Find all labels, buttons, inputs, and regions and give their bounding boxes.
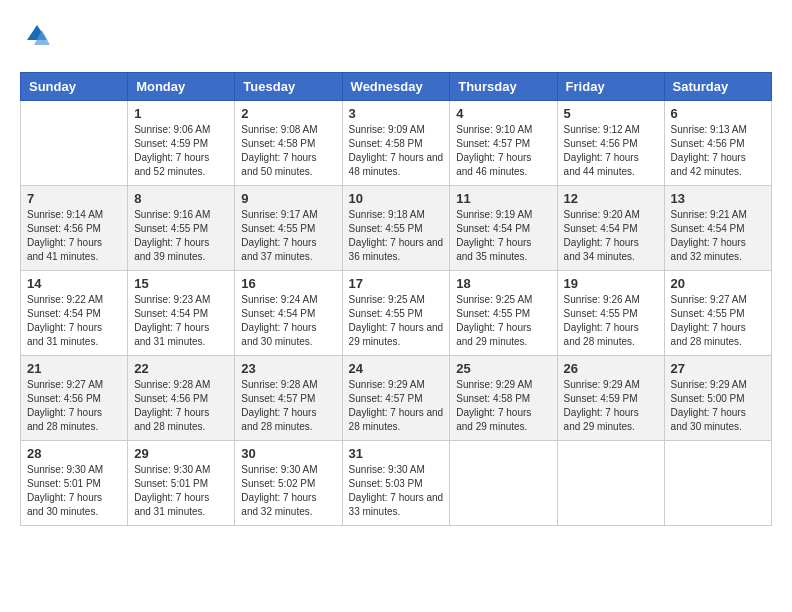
day-number: 19 — [564, 276, 658, 291]
day-number: 5 — [564, 106, 658, 121]
weekday-header: Tuesday — [235, 72, 342, 100]
day-info: Sunrise: 9:29 AMSunset: 4:59 PMDaylight:… — [564, 378, 658, 434]
calendar-cell — [21, 100, 128, 185]
calendar-week-row: 14Sunrise: 9:22 AMSunset: 4:54 PMDayligh… — [21, 270, 772, 355]
day-number: 4 — [456, 106, 550, 121]
calendar-cell: 17Sunrise: 9:25 AMSunset: 4:55 PMDayligh… — [342, 270, 450, 355]
day-info: Sunrise: 9:23 AMSunset: 4:54 PMDaylight:… — [134, 293, 228, 349]
day-number: 15 — [134, 276, 228, 291]
day-number: 16 — [241, 276, 335, 291]
day-info: Sunrise: 9:09 AMSunset: 4:58 PMDaylight:… — [349, 123, 444, 179]
day-number: 25 — [456, 361, 550, 376]
calendar-cell: 6Sunrise: 9:13 AMSunset: 4:56 PMDaylight… — [664, 100, 771, 185]
day-info: Sunrise: 9:27 AMSunset: 4:56 PMDaylight:… — [27, 378, 121, 434]
day-number: 2 — [241, 106, 335, 121]
calendar-cell: 22Sunrise: 9:28 AMSunset: 4:56 PMDayligh… — [128, 355, 235, 440]
calendar-cell: 25Sunrise: 9:29 AMSunset: 4:58 PMDayligh… — [450, 355, 557, 440]
day-info: Sunrise: 9:17 AMSunset: 4:55 PMDaylight:… — [241, 208, 335, 264]
day-info: Sunrise: 9:28 AMSunset: 4:57 PMDaylight:… — [241, 378, 335, 434]
calendar-week-row: 21Sunrise: 9:27 AMSunset: 4:56 PMDayligh… — [21, 355, 772, 440]
day-info: Sunrise: 9:24 AMSunset: 4:54 PMDaylight:… — [241, 293, 335, 349]
calendar-cell: 3Sunrise: 9:09 AMSunset: 4:58 PMDaylight… — [342, 100, 450, 185]
day-info: Sunrise: 9:30 AMSunset: 5:02 PMDaylight:… — [241, 463, 335, 519]
calendar-cell — [664, 440, 771, 525]
weekday-header: Thursday — [450, 72, 557, 100]
day-number: 28 — [27, 446, 121, 461]
day-number: 23 — [241, 361, 335, 376]
day-number: 13 — [671, 191, 765, 206]
day-number: 1 — [134, 106, 228, 121]
calendar-cell: 30Sunrise: 9:30 AMSunset: 5:02 PMDayligh… — [235, 440, 342, 525]
day-info: Sunrise: 9:25 AMSunset: 4:55 PMDaylight:… — [456, 293, 550, 349]
weekday-header: Sunday — [21, 72, 128, 100]
calendar-cell: 18Sunrise: 9:25 AMSunset: 4:55 PMDayligh… — [450, 270, 557, 355]
weekday-header: Wednesday — [342, 72, 450, 100]
calendar-cell: 15Sunrise: 9:23 AMSunset: 4:54 PMDayligh… — [128, 270, 235, 355]
day-number: 18 — [456, 276, 550, 291]
calendar-cell: 14Sunrise: 9:22 AMSunset: 4:54 PMDayligh… — [21, 270, 128, 355]
day-info: Sunrise: 9:14 AMSunset: 4:56 PMDaylight:… — [27, 208, 121, 264]
calendar-cell: 27Sunrise: 9:29 AMSunset: 5:00 PMDayligh… — [664, 355, 771, 440]
calendar-cell: 1Sunrise: 9:06 AMSunset: 4:59 PMDaylight… — [128, 100, 235, 185]
calendar-week-row: 7Sunrise: 9:14 AMSunset: 4:56 PMDaylight… — [21, 185, 772, 270]
calendar-header-row: SundayMondayTuesdayWednesdayThursdayFrid… — [21, 72, 772, 100]
day-number: 26 — [564, 361, 658, 376]
day-number: 30 — [241, 446, 335, 461]
logo — [20, 20, 52, 56]
day-number: 22 — [134, 361, 228, 376]
calendar-week-row: 28Sunrise: 9:30 AMSunset: 5:01 PMDayligh… — [21, 440, 772, 525]
weekday-header: Friday — [557, 72, 664, 100]
day-number: 14 — [27, 276, 121, 291]
calendar-cell: 12Sunrise: 9:20 AMSunset: 4:54 PMDayligh… — [557, 185, 664, 270]
day-number: 17 — [349, 276, 444, 291]
day-number: 11 — [456, 191, 550, 206]
calendar-cell: 29Sunrise: 9:30 AMSunset: 5:01 PMDayligh… — [128, 440, 235, 525]
day-number: 7 — [27, 191, 121, 206]
calendar-table: SundayMondayTuesdayWednesdayThursdayFrid… — [20, 72, 772, 526]
calendar-cell: 7Sunrise: 9:14 AMSunset: 4:56 PMDaylight… — [21, 185, 128, 270]
day-info: Sunrise: 9:06 AMSunset: 4:59 PMDaylight:… — [134, 123, 228, 179]
day-info: Sunrise: 9:20 AMSunset: 4:54 PMDaylight:… — [564, 208, 658, 264]
day-info: Sunrise: 9:18 AMSunset: 4:55 PMDaylight:… — [349, 208, 444, 264]
day-number: 24 — [349, 361, 444, 376]
calendar-cell — [557, 440, 664, 525]
day-number: 20 — [671, 276, 765, 291]
day-info: Sunrise: 9:08 AMSunset: 4:58 PMDaylight:… — [241, 123, 335, 179]
day-number: 3 — [349, 106, 444, 121]
calendar-cell: 28Sunrise: 9:30 AMSunset: 5:01 PMDayligh… — [21, 440, 128, 525]
day-info: Sunrise: 9:27 AMSunset: 4:55 PMDaylight:… — [671, 293, 765, 349]
calendar-cell: 2Sunrise: 9:08 AMSunset: 4:58 PMDaylight… — [235, 100, 342, 185]
day-info: Sunrise: 9:19 AMSunset: 4:54 PMDaylight:… — [456, 208, 550, 264]
calendar-cell: 26Sunrise: 9:29 AMSunset: 4:59 PMDayligh… — [557, 355, 664, 440]
day-info: Sunrise: 9:25 AMSunset: 4:55 PMDaylight:… — [349, 293, 444, 349]
day-info: Sunrise: 9:30 AMSunset: 5:03 PMDaylight:… — [349, 463, 444, 519]
day-info: Sunrise: 9:12 AMSunset: 4:56 PMDaylight:… — [564, 123, 658, 179]
day-info: Sunrise: 9:30 AMSunset: 5:01 PMDaylight:… — [27, 463, 121, 519]
calendar-cell: 16Sunrise: 9:24 AMSunset: 4:54 PMDayligh… — [235, 270, 342, 355]
day-number: 31 — [349, 446, 444, 461]
calendar-cell: 11Sunrise: 9:19 AMSunset: 4:54 PMDayligh… — [450, 185, 557, 270]
page-header — [20, 20, 772, 56]
calendar-cell: 10Sunrise: 9:18 AMSunset: 4:55 PMDayligh… — [342, 185, 450, 270]
day-info: Sunrise: 9:29 AMSunset: 4:58 PMDaylight:… — [456, 378, 550, 434]
calendar-week-row: 1Sunrise: 9:06 AMSunset: 4:59 PMDaylight… — [21, 100, 772, 185]
day-number: 9 — [241, 191, 335, 206]
calendar-cell: 24Sunrise: 9:29 AMSunset: 4:57 PMDayligh… — [342, 355, 450, 440]
calendar-cell — [450, 440, 557, 525]
day-number: 27 — [671, 361, 765, 376]
calendar-cell: 23Sunrise: 9:28 AMSunset: 4:57 PMDayligh… — [235, 355, 342, 440]
calendar-cell: 9Sunrise: 9:17 AMSunset: 4:55 PMDaylight… — [235, 185, 342, 270]
day-info: Sunrise: 9:26 AMSunset: 4:55 PMDaylight:… — [564, 293, 658, 349]
day-info: Sunrise: 9:29 AMSunset: 5:00 PMDaylight:… — [671, 378, 765, 434]
day-number: 8 — [134, 191, 228, 206]
calendar-cell: 13Sunrise: 9:21 AMSunset: 4:54 PMDayligh… — [664, 185, 771, 270]
day-number: 6 — [671, 106, 765, 121]
day-info: Sunrise: 9:13 AMSunset: 4:56 PMDaylight:… — [671, 123, 765, 179]
calendar-cell: 5Sunrise: 9:12 AMSunset: 4:56 PMDaylight… — [557, 100, 664, 185]
calendar-cell: 4Sunrise: 9:10 AMSunset: 4:57 PMDaylight… — [450, 100, 557, 185]
day-number: 10 — [349, 191, 444, 206]
day-info: Sunrise: 9:30 AMSunset: 5:01 PMDaylight:… — [134, 463, 228, 519]
calendar-cell: 19Sunrise: 9:26 AMSunset: 4:55 PMDayligh… — [557, 270, 664, 355]
calendar-cell: 20Sunrise: 9:27 AMSunset: 4:55 PMDayligh… — [664, 270, 771, 355]
day-info: Sunrise: 9:10 AMSunset: 4:57 PMDaylight:… — [456, 123, 550, 179]
